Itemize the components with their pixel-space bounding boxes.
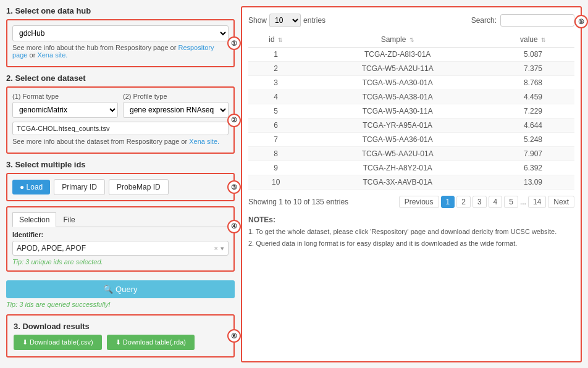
download-title: 3. Download results	[14, 322, 227, 331]
tab-bar: Selection File	[12, 212, 229, 227]
identifier-input-wrap[interactable]: APOD, APOE, APOF × ▾	[12, 241, 229, 256]
query-button[interactable]: 🔍 Query	[6, 280, 235, 298]
download-box: 3. Download results ⬇ Download table(.cs…	[6, 314, 235, 358]
section1-title: 1. Select one data hub	[6, 6, 235, 15]
table-row: 3 TCGA-W5-AA30-01A 8.768	[248, 76, 574, 90]
page-ellipsis: ...	[520, 198, 526, 206]
cell-id: 2	[248, 62, 303, 76]
section2-title: 2. Select one dataset	[6, 73, 235, 83]
col-value: value ⇅	[492, 32, 574, 48]
show-label: Show	[248, 16, 267, 25]
hub-select[interactable]: gdcHub	[12, 25, 229, 41]
dataset-selector-box: (1) Format type genomicMatrix (2) Profil…	[6, 86, 235, 154]
table-row: 1 TCGA-ZD-A8I3-01A 5.087	[248, 48, 574, 62]
entries-label: entries	[303, 16, 326, 25]
note-2: 2. Queried data in long format is for ea…	[248, 238, 574, 249]
identifier-actions: × ▾	[214, 245, 224, 253]
page-5[interactable]: 5	[504, 196, 518, 208]
download-csv-button[interactable]: ⬇ Download table(.csv)	[14, 335, 102, 350]
load-button[interactable]: ● Load	[12, 180, 50, 194]
cell-sample-name: TCGA-W5-AA36-01A	[303, 133, 492, 147]
table-row: 8 TCGA-W5-AA2U-01A 7.907	[248, 147, 574, 161]
identifier-tip: Tip: 3 unique ids are selected.	[12, 258, 229, 266]
pagination-info: Showing 1 to 10 of 135 entries	[248, 198, 348, 206]
page-buttons: Previous 1 2 3 4 5 ... 14 Next	[399, 196, 574, 208]
search-wrap: Search:	[471, 14, 574, 27]
table-row: 7 TCGA-W5-AA36-01A 5.248	[248, 133, 574, 147]
circle-2: ②	[227, 114, 241, 127]
search-label: Search:	[471, 16, 497, 25]
cell-value: 7.907	[492, 147, 574, 161]
hub-info-text: See more info about the hub from Resposi…	[12, 44, 229, 59]
pagination: Showing 1 to 10 of 135 entries Previous …	[248, 196, 574, 208]
table-row: 9 TCGA-ZH-A8Y2-01A 6.392	[248, 161, 574, 175]
cell-sample-name: TCGA-W5-AA30-01A	[303, 76, 492, 90]
table-row: 2 TCGA-W5-AA2U-11A 7.375	[248, 62, 574, 76]
tab-file[interactable]: File	[56, 212, 82, 227]
dropdown-icon[interactable]: ▾	[220, 245, 224, 253]
table-controls: Show 10 25 50 100 entries Search:	[248, 14, 574, 27]
cell-value: 4.644	[492, 119, 574, 133]
cell-value: 7.229	[492, 104, 574, 119]
profile-label: (2) Profile type	[123, 93, 229, 100]
table-row: 6 TCGA-YR-A95A-01A 4.644	[248, 119, 574, 133]
cell-sample-name: TCGA-YR-A95A-01A	[303, 119, 492, 133]
page-14[interactable]: 14	[528, 196, 546, 208]
id-selector-box: ● Load Primary ID ProbeMap ID ③	[6, 173, 235, 201]
next-button[interactable]: Next	[548, 196, 574, 208]
query-success-tip: Tip: 3 ids are queried successfully!	[6, 301, 235, 308]
page-4[interactable]: 4	[489, 196, 503, 208]
cell-sample-name: TCGA-ZD-A8I3-01A	[303, 48, 492, 62]
cell-id: 5	[248, 104, 303, 119]
identifier-tags: APOD, APOE, APOF	[17, 244, 86, 253]
format-label: (1) Format type	[12, 93, 118, 100]
download-section: 3. Download results ⬇ Download table(.cs…	[6, 314, 235, 358]
cell-sample-name: TCGA-ZH-A8Y2-01A	[303, 161, 492, 175]
cell-value: 6.392	[492, 161, 574, 175]
circle-1: ①	[227, 36, 241, 50]
tab-selection[interactable]: Selection	[12, 212, 56, 227]
cell-value: 5.248	[492, 133, 574, 147]
prev-button[interactable]: Previous	[399, 196, 439, 208]
cell-id: 7	[248, 133, 303, 147]
cell-value: 8.768	[492, 76, 574, 90]
selection-box: Selection File Identifier: APOD, APOE, A…	[6, 206, 235, 272]
notes-title: NOTEs:	[248, 215, 574, 224]
page-2[interactable]: 2	[456, 196, 471, 208]
dataset-xena-link[interactable]: Xena site.	[189, 138, 219, 145]
cell-id: 6	[248, 119, 303, 133]
circle-4: ④	[227, 220, 241, 233]
table-row: 5 TCGA-W5-AA30-11A 7.229	[248, 104, 574, 119]
page-3[interactable]: 3	[472, 196, 487, 208]
probemap-id-button[interactable]: ProbeMap ID	[109, 179, 169, 195]
section3-title: 3. Select multiple ids	[6, 160, 235, 169]
circle-6: ⑥	[227, 329, 241, 343]
primary-id-button[interactable]: Primary ID	[54, 179, 105, 195]
circle-5: ⑤	[574, 15, 588, 28]
col-sample: Sample ⇅	[303, 32, 492, 48]
cell-value: 13.09	[492, 175, 574, 190]
profile-select[interactable]: gene expression RNAseq	[123, 102, 229, 118]
entries-select[interactable]: 10 25 50 100	[269, 14, 301, 27]
page-1[interactable]: 1	[441, 196, 455, 208]
cell-value: 5.087	[492, 48, 574, 62]
cell-id: 1	[248, 48, 303, 62]
cell-id: 10	[248, 175, 303, 190]
cell-id: 9	[248, 161, 303, 175]
format-select[interactable]: genomicMatrix	[12, 102, 118, 118]
cell-id: 3	[248, 76, 303, 90]
cell-sample-name: TCGA-3X-AAVB-01A	[303, 175, 492, 190]
col-id: id ⇅	[248, 32, 303, 48]
hub-xena-link[interactable]: Xena site.	[37, 51, 67, 59]
circle-3: ③	[227, 180, 241, 194]
cell-sample-name: TCGA-W5-AA30-11A	[303, 104, 492, 119]
table-row: 4 TCGA-W5-AA38-01A 4.459	[248, 90, 574, 104]
dataset-info-text: See more info about the dataset from Res…	[12, 138, 229, 145]
cell-sample-name: TCGA-W5-AA38-01A	[303, 90, 492, 104]
results-panel: ⑤ Show 10 25 50 100 entries Search:	[241, 6, 582, 362]
search-input[interactable]	[500, 14, 574, 27]
identifier-label: Identifier:	[12, 231, 229, 238]
cell-sample-name: TCGA-W5-AA2U-11A	[303, 62, 492, 76]
clear-icon[interactable]: ×	[214, 245, 218, 253]
download-rda-button[interactable]: ⬇ Download table(.rda)	[107, 335, 195, 350]
